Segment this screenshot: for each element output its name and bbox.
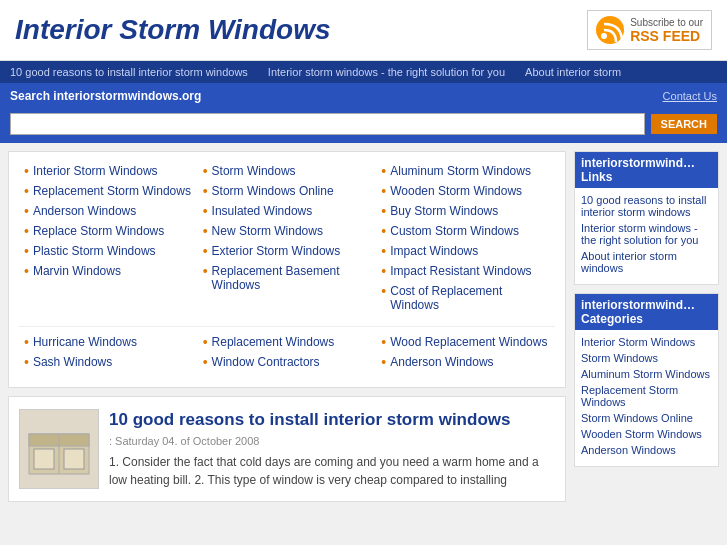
- bullet: •: [381, 224, 386, 238]
- search-input-row: SEARCH: [0, 109, 727, 143]
- search-label: Search interiorstormwindows.org: [10, 89, 201, 103]
- rss-text-block: Subscribe to our RSS FEED: [630, 17, 703, 44]
- list-item[interactable]: •New Storm Windows: [203, 224, 372, 238]
- article-text: 1. Consider the fact that cold days are …: [109, 453, 555, 489]
- bullet: •: [24, 184, 29, 198]
- list-item[interactable]: •Sash Windows: [24, 355, 193, 369]
- bullet: •: [24, 164, 29, 178]
- article-title: 10 good reasons to install interior stor…: [109, 409, 555, 431]
- svg-rect-5: [34, 449, 54, 469]
- bullet: •: [381, 184, 386, 198]
- header: Interior Storm Windows Subscribe to our …: [0, 0, 727, 61]
- links-col-3-bottom: •Wood Replacement Windows •Anderson Wind…: [376, 335, 555, 375]
- sidebar-links-section: interiorstormwind… Links 10 good reasons…: [574, 151, 719, 285]
- links-col-2: •Storm Windows •Storm Windows Online •In…: [198, 164, 377, 318]
- bullet: •: [381, 244, 386, 258]
- rss-subscribe-text: Subscribe to our: [630, 17, 703, 28]
- bullet: •: [203, 184, 208, 198]
- site-title: Interior Storm Windows: [15, 14, 331, 46]
- bullet: •: [381, 164, 386, 178]
- bullet: •: [381, 355, 386, 369]
- sidebar-categories-content: Interior Storm Windows Storm Windows Alu…: [575, 330, 718, 466]
- rss-feed-label: RSS FEED: [630, 28, 703, 44]
- svg-rect-6: [64, 449, 84, 469]
- links-grid: •Interior Storm Windows •Replacement Sto…: [19, 164, 555, 318]
- links-col-3: •Aluminum Storm Windows •Wooden Storm Wi…: [376, 164, 555, 318]
- list-item[interactable]: •Buy Storm Windows: [381, 204, 550, 218]
- list-item[interactable]: •Cost of Replacement Windows: [381, 284, 550, 312]
- sidebar-cat-7[interactable]: Anderson Windows: [581, 444, 712, 456]
- bullet: •: [203, 164, 208, 178]
- sidebar-link-3[interactable]: About interior storm windows: [581, 250, 712, 274]
- list-item[interactable]: •Storm Windows: [203, 164, 372, 178]
- bullet: •: [24, 244, 29, 258]
- list-item[interactable]: •Anderson Windows: [24, 204, 193, 218]
- links-col-1: •Interior Storm Windows •Replacement Sto…: [19, 164, 198, 318]
- main: •Interior Storm Windows •Replacement Sto…: [0, 143, 727, 510]
- list-item[interactable]: •Wood Replacement Windows: [381, 335, 550, 349]
- links-panel: •Interior Storm Windows •Replacement Sto…: [8, 151, 566, 388]
- list-item[interactable]: •Replacement Storm Windows: [24, 184, 193, 198]
- list-item[interactable]: •Window Contractors: [203, 355, 372, 369]
- sidebar-link-2[interactable]: Interior storm windows - the right solut…: [581, 222, 712, 246]
- sidebar: interiorstormwind… Links 10 good reasons…: [574, 151, 719, 502]
- sidebar-cat-4[interactable]: Replacement Storm Windows: [581, 384, 712, 408]
- bullet: •: [24, 204, 29, 218]
- article-thumbnail: [19, 409, 99, 489]
- bullet: •: [24, 335, 29, 349]
- rss-icon: [596, 16, 624, 44]
- nav-link-2[interactable]: Interior storm windows - the right solut…: [268, 66, 505, 78]
- article-date: : Saturday 04. of October 2008: [109, 435, 555, 447]
- list-item[interactable]: •Replacement Windows: [203, 335, 372, 349]
- links-col-1-bottom: •Hurricane Windows •Sash Windows: [19, 335, 198, 375]
- svg-point-1: [601, 33, 607, 39]
- bullet: •: [381, 264, 386, 278]
- rss-box[interactable]: Subscribe to our RSS FEED: [587, 10, 712, 50]
- bullet: •: [24, 224, 29, 238]
- list-item[interactable]: •Impact Windows: [381, 244, 550, 258]
- list-item[interactable]: •Insulated Windows: [203, 204, 372, 218]
- list-item[interactable]: •Replacement Basement Windows: [203, 264, 372, 292]
- sidebar-cat-6[interactable]: Wooden Storm Windows: [581, 428, 712, 440]
- list-item[interactable]: •Anderson Windows: [381, 355, 550, 369]
- article-body: 10 good reasons to install interior stor…: [109, 409, 555, 489]
- bullet: •: [381, 335, 386, 349]
- bullet: •: [203, 244, 208, 258]
- list-item[interactable]: •Plastic Storm Windows: [24, 244, 193, 258]
- sidebar-cat-2[interactable]: Storm Windows: [581, 352, 712, 364]
- search-button[interactable]: SEARCH: [651, 114, 717, 134]
- bullet: •: [24, 264, 29, 278]
- list-item[interactable]: •Marvin Windows: [24, 264, 193, 278]
- bullet: •: [203, 335, 208, 349]
- sidebar-categories-section: interiorstormwind… Categories Interior S…: [574, 293, 719, 467]
- search-input[interactable]: [10, 113, 645, 135]
- sidebar-categories-title: interiorstormwind… Categories: [575, 294, 718, 330]
- list-item[interactable]: •Aluminum Storm Windows: [381, 164, 550, 178]
- sidebar-links-title: interiorstormwind… Links: [575, 152, 718, 188]
- nav-link-1[interactable]: 10 good reasons to install interior stor…: [10, 66, 248, 78]
- list-item[interactable]: •Replace Storm Windows: [24, 224, 193, 238]
- list-item[interactable]: •Interior Storm Windows: [24, 164, 193, 178]
- sidebar-cat-1[interactable]: Interior Storm Windows: [581, 336, 712, 348]
- sidebar-cat-5[interactable]: Storm Windows Online: [581, 412, 712, 424]
- search-bar: Search interiorstormwindows.org Contact …: [0, 83, 727, 109]
- bullet: •: [203, 204, 208, 218]
- bullet: •: [381, 284, 386, 298]
- list-item[interactable]: •Exterior Storm Windows: [203, 244, 372, 258]
- list-item[interactable]: •Wooden Storm Windows: [381, 184, 550, 198]
- list-item[interactable]: •Impact Resistant Windows: [381, 264, 550, 278]
- contact-us-link[interactable]: Contact Us: [663, 90, 717, 102]
- list-item[interactable]: •Custom Storm Windows: [381, 224, 550, 238]
- nav-link-3[interactable]: About interior storm: [525, 66, 621, 78]
- list-item[interactable]: •Storm Windows Online: [203, 184, 372, 198]
- article-thumb-svg: [24, 414, 94, 484]
- bullet: •: [24, 355, 29, 369]
- links-col-2-bottom: •Replacement Windows •Window Contractors: [198, 335, 377, 375]
- links-grid-bottom: •Hurricane Windows •Sash Windows •Replac…: [19, 335, 555, 375]
- sidebar-cat-3[interactable]: Aluminum Storm Windows: [581, 368, 712, 380]
- nav-bar: 10 good reasons to install interior stor…: [0, 61, 727, 83]
- list-item[interactable]: •Hurricane Windows: [24, 335, 193, 349]
- sidebar-link-1[interactable]: 10 good reasons to install interior stor…: [581, 194, 712, 218]
- bullet: •: [203, 224, 208, 238]
- sidebar-links-content: 10 good reasons to install interior stor…: [575, 188, 718, 284]
